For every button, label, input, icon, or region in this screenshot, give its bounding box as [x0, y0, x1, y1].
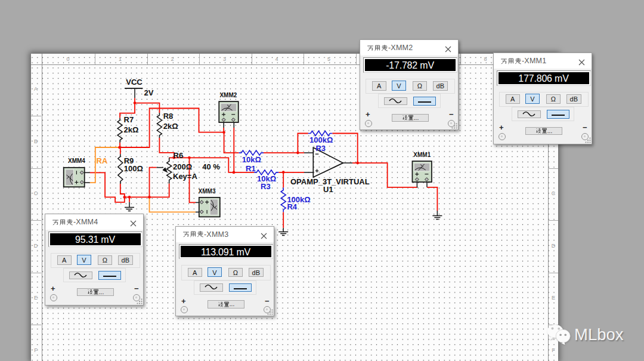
svg-text:200Ω: 200Ω: [173, 162, 192, 171]
svg-text:Key=A: Key=A: [173, 172, 197, 181]
svg-text:R1: R1: [246, 164, 256, 173]
svg-text:XMM3: XMM3: [199, 188, 216, 195]
svg-text:RA: RA: [97, 156, 108, 165]
svg-text:R7: R7: [124, 115, 134, 124]
svg-text:VCC: VCC: [126, 78, 143, 87]
svg-text:XMM2: XMM2: [219, 92, 237, 98]
svg-text:R3: R3: [315, 144, 326, 153]
svg-text:2V: 2V: [144, 88, 154, 97]
svg-text:R3: R3: [261, 182, 271, 191]
svg-text:10kΩ: 10kΩ: [242, 155, 261, 164]
svg-text:XMM4: XMM4: [68, 158, 85, 164]
svg-text:40 %: 40 %: [202, 162, 220, 171]
svg-text:100Ω: 100Ω: [124, 164, 143, 173]
svg-text:XMM1: XMM1: [413, 152, 431, 158]
svg-text:2kΩ: 2kΩ: [124, 125, 139, 134]
svg-text:R6: R6: [174, 151, 184, 160]
svg-text:U1: U1: [323, 185, 333, 194]
svg-text:R4: R4: [287, 202, 297, 211]
svg-text:R8: R8: [163, 112, 174, 121]
svg-text:2kΩ: 2kΩ: [163, 122, 178, 131]
